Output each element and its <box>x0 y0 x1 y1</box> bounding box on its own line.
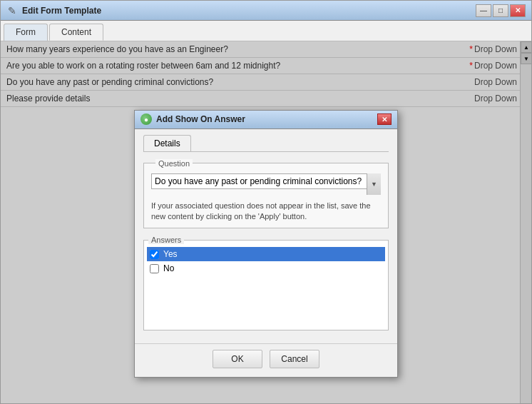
minimize-button[interactable]: — <box>476 4 491 17</box>
main-window: ✎ Edit Form Template — □ ✕ Form Content … <box>0 0 532 404</box>
close-button[interactable]: ✕ <box>510 4 526 17</box>
hint-text: If your associated question does not app… <box>151 201 381 223</box>
question-select[interactable]: Do you have any past or pending criminal… <box>151 173 381 189</box>
question-fieldset: Question Do you have any past or pending… <box>143 159 389 229</box>
ok-button[interactable]: OK <box>213 350 262 368</box>
answer-item-yes[interactable]: Yes <box>147 247 385 261</box>
window-title: Edit Form Template <box>22 6 476 16</box>
answers-fieldset: Answers Yes No <box>143 236 389 330</box>
answer-checkbox-no[interactable] <box>150 264 159 273</box>
dialog-tab-details[interactable]: Details <box>143 135 191 151</box>
window-icon: ✎ <box>6 5 18 16</box>
maximize-button[interactable]: □ <box>493 4 508 17</box>
tab-form[interactable]: Form <box>4 24 48 41</box>
dialog-close-button[interactable]: ✕ <box>377 113 392 125</box>
answer-checkbox-yes[interactable] <box>150 250 159 259</box>
dialog-title: Add Show On Answer <box>156 114 377 124</box>
answers-list: Yes No <box>144 244 388 330</box>
modal-overlay: ● Add Show On Answer ✕ Details Question <box>1 41 531 403</box>
dialog-footer: OK Cancel <box>135 343 397 377</box>
title-bar-controls: — □ ✕ <box>476 4 526 17</box>
question-legend: Question <box>155 159 193 168</box>
dialog-icon: ● <box>140 113 152 125</box>
dialog-body: Details Question Do you have any past or… <box>135 129 397 344</box>
cancel-button[interactable]: Cancel <box>270 350 319 368</box>
tabs-bar: Form Content <box>1 21 531 41</box>
dialog-tabs: Details <box>143 135 389 152</box>
dialog-title-bar: ● Add Show On Answer ✕ <box>135 111 397 129</box>
tab-content[interactable]: Content <box>49 24 103 41</box>
answer-label-yes: Yes <box>163 249 178 259</box>
answer-label-no: No <box>163 263 174 273</box>
content-area: How many years experience do you have as… <box>1 41 531 403</box>
answers-legend: Answers <box>148 236 184 244</box>
question-select-wrapper: Do you have any past or pending criminal… <box>151 173 381 195</box>
title-bar: ✎ Edit Form Template — □ ✕ <box>1 1 531 21</box>
answer-item-no[interactable]: No <box>147 261 385 276</box>
dialog-add-show-on-answer: ● Add Show On Answer ✕ Details Question <box>134 110 398 378</box>
